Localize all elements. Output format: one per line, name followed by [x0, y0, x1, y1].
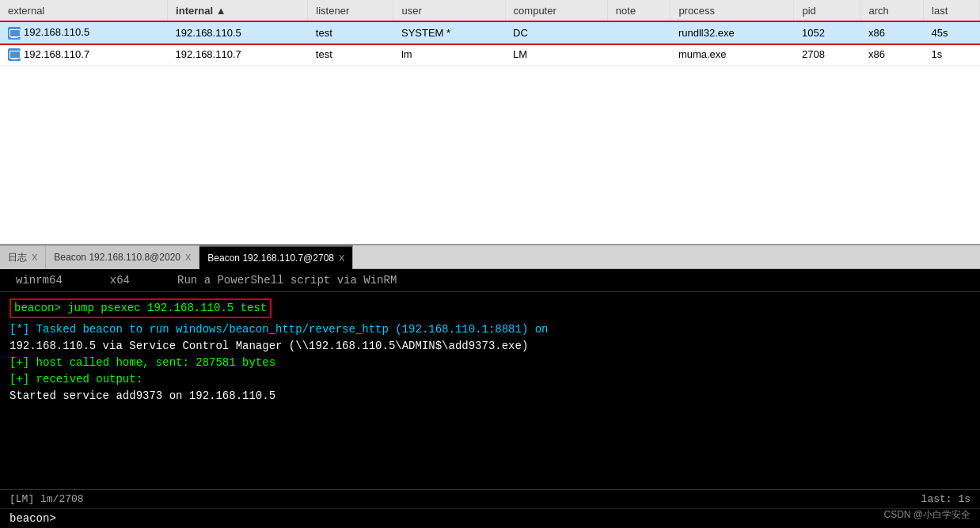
cell-user: SYSTEM * [393, 22, 505, 44]
cell-internal: 192.168.110.5 [168, 22, 308, 44]
col-last[interactable]: last [924, 0, 980, 22]
beacon-table-section: external internal ▲ listener user comput… [0, 0, 980, 245]
tab-beacon-7[interactable]: Beacon 192.168.110.7@2708 X [199, 245, 353, 269]
col-internal[interactable]: internal ▲ [168, 0, 308, 22]
cell-listener: test [308, 22, 393, 44]
cmd-line: beacon> jump psexec 192.168.110.5 test [9, 298, 272, 318]
terminal-header-col3: Run a PowerShell script via WinRM [177, 274, 397, 287]
terminal-header-col1: winrm64 [16, 274, 63, 287]
cell-listener: test [308, 44, 393, 66]
cell-note [607, 22, 670, 44]
row-icon [8, 27, 21, 40]
cell-computer: LM [505, 44, 607, 66]
cell-note [607, 44, 670, 66]
terminal-line: [*] Tasked beacon to run windows/beacon_… [9, 321, 971, 338]
tab-beacon-8-close[interactable]: X [185, 253, 191, 262]
table-row[interactable]: 192.168.110.7192.168.110.7testlmLMmuma.e… [0, 44, 980, 66]
terminal-header: winrm64 x64 Run a PowerShell script via … [0, 269, 980, 292]
terminal-line: Started service add9373 on 192.168.110.5 [9, 388, 971, 405]
col-computer[interactable]: computer [505, 0, 607, 22]
tab-beacon-7-close[interactable]: X [339, 253, 344, 263]
tab-beacon-8[interactable]: Beacon 192.168.110.8@2020 X [46, 245, 199, 269]
col-note[interactable]: note [607, 0, 670, 22]
cell-arch: x86 [860, 22, 924, 44]
terminal-footer-right: last: 1s [921, 493, 971, 505]
cell-user: lm [393, 44, 505, 66]
table-header-row: external internal ▲ listener user comput… [0, 0, 980, 22]
cell-last: 1s [924, 44, 980, 66]
tab-log-close[interactable]: X [32, 253, 37, 262]
cell-last: 45s [924, 22, 980, 44]
col-user[interactable]: user [393, 0, 505, 22]
beacon-table: external internal ▲ listener user comput… [0, 0, 980, 66]
terminal-line: [+] host called home, sent: 287581 bytes [9, 355, 971, 371]
terminal-line: [+] received output: [9, 371, 971, 388]
cell-computer: DC [505, 22, 607, 44]
col-arch[interactable]: arch [860, 0, 924, 22]
row-icon [8, 48, 21, 61]
tab-beacon-7-label: Beacon 192.168.110.7@2708 [207, 253, 334, 264]
col-external[interactable]: external [0, 0, 168, 22]
tab-beacon-8-label: Beacon 192.168.110.8@2020 [54, 252, 180, 263]
tab-log[interactable]: 日志 X [0, 245, 46, 269]
table-row[interactable]: 192.168.110.5192.168.110.5testSYSTEM *DC… [0, 22, 980, 44]
col-pid[interactable]: pid [794, 0, 860, 22]
terminal-footer: [LM] lm/2708 last: 1s [0, 489, 980, 508]
terminal-header-col2: x64 [110, 274, 130, 287]
col-process[interactable]: process [670, 0, 794, 22]
terminal-body[interactable]: beacon> jump psexec 192.168.110.5 test[*… [0, 292, 980, 489]
cell-pid: 1052 [794, 22, 860, 44]
cell-external: 192.168.110.7 [0, 44, 168, 66]
col-listener[interactable]: listener [308, 0, 393, 22]
cell-process: rundll32.exe [670, 22, 794, 44]
terminal-line: 192.168.110.5 via Service Control Manage… [9, 338, 971, 355]
table-container[interactable]: external internal ▲ listener user comput… [0, 0, 980, 244]
cell-arch: x86 [860, 44, 924, 66]
cell-process: muma.exe [670, 44, 794, 66]
prompt-text: beacon> [9, 512, 56, 525]
cell-external: 192.168.110.5 [0, 22, 168, 44]
tab-log-label: 日志 [8, 251, 27, 264]
terminal-footer-left: [LM] lm/2708 [9, 493, 84, 505]
terminal-line: beacon> jump psexec 192.168.110.5 test [9, 298, 971, 321]
terminal-prompt[interactable]: beacon> [0, 508, 980, 528]
cell-pid: 2708 [794, 44, 860, 66]
cell-internal: 192.168.110.7 [168, 44, 308, 66]
tabs-bar: 日志 X Beacon 192.168.110.8@2020 X Beacon … [0, 245, 980, 269]
terminal-section: 日志 X Beacon 192.168.110.8@2020 X Beacon … [0, 245, 980, 528]
